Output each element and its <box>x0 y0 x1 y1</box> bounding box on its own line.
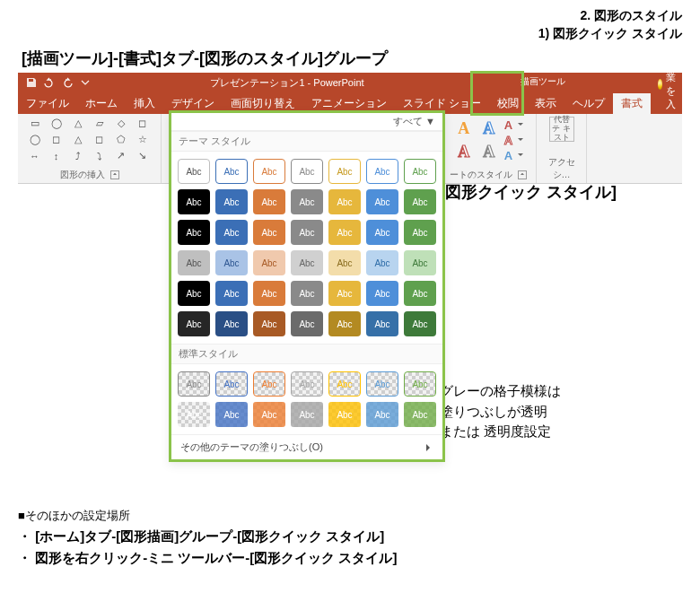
shape-glyph-icon[interactable]: ⤴ <box>69 149 87 162</box>
style-swatch[interactable]: Abc <box>404 250 436 275</box>
style-swatch[interactable]: Abc <box>215 250 248 275</box>
style-swatch[interactable]: Abc <box>253 250 285 275</box>
style-swatch[interactable]: Abc <box>404 281 436 306</box>
style-swatch[interactable]: Abc <box>366 220 398 245</box>
style-swatch[interactable]: Abc <box>253 189 285 214</box>
gallery-more-fills[interactable]: その他のテーマの塗りつぶし(O) <box>180 440 323 454</box>
tab-挿入[interactable]: 挿入 <box>126 93 163 114</box>
style-swatch[interactable]: Abc <box>328 281 361 306</box>
style-swatch[interactable]: Abc <box>253 281 285 306</box>
shape-glyph-icon[interactable]: ▭ <box>26 117 44 130</box>
style-swatch[interactable]: Abc <box>404 189 436 214</box>
gallery-filter-all[interactable]: すべて ▼ <box>393 115 435 128</box>
style-swatch[interactable]: Abc <box>291 250 323 275</box>
style-swatch[interactable]: Abc <box>215 402 248 427</box>
tab-ファイル[interactable]: ファイル <box>18 93 77 114</box>
style-swatch[interactable]: Abc <box>404 402 436 427</box>
style-swatch[interactable]: Abc <box>366 281 398 306</box>
style-swatch[interactable]: Abc <box>328 220 361 245</box>
undo-icon[interactable] <box>43 76 56 89</box>
note-line: 塗りつぶしが透明 <box>440 402 561 423</box>
tab-表示[interactable]: 表示 <box>527 93 564 114</box>
style-swatch[interactable]: Abc <box>215 281 248 306</box>
dialog-launcher-icon[interactable] <box>518 170 527 179</box>
tab-ヘルプ[interactable]: ヘルプ <box>564 93 613 114</box>
redo-icon[interactable] <box>61 76 74 89</box>
style-swatch[interactable]: Abc <box>215 189 248 214</box>
style-swatch[interactable]: Abc <box>291 311 323 336</box>
text-outline-button[interactable]: A <box>504 134 523 147</box>
style-swatch[interactable]: Abc <box>291 159 323 184</box>
shape-glyph-icon[interactable]: ◇ <box>112 117 130 130</box>
text-fill-button[interactable]: A <box>504 118 523 132</box>
style-swatch[interactable]: Abc <box>328 250 361 275</box>
style-swatch[interactable]: Abc <box>178 281 210 306</box>
shape-glyph-icon[interactable]: ☆ <box>134 133 152 146</box>
style-swatch[interactable]: Abc <box>178 250 210 275</box>
style-swatch[interactable]: Abc <box>404 159 436 184</box>
style-swatch[interactable]: Abc <box>328 159 361 184</box>
style-swatch[interactable]: Abc <box>404 311 436 336</box>
tell-me-search[interactable]: 作業を入 <box>651 55 689 114</box>
style-swatch[interactable]: Abc <box>178 311 210 336</box>
style-swatch[interactable]: Abc <box>215 159 248 184</box>
style-swatch[interactable]: Abc <box>366 311 398 336</box>
tab-ホーム[interactable]: ホーム <box>77 93 126 114</box>
wordart-style-outline-blue-icon[interactable]: A <box>477 117 501 140</box>
tab-書式[interactable]: 書式 <box>613 93 651 114</box>
style-swatch[interactable]: Abc <box>366 402 398 427</box>
style-swatch[interactable]: Abc <box>291 189 323 214</box>
wordart-style-fill-icon[interactable]: A <box>452 117 476 140</box>
style-swatch[interactable]: Abc <box>404 220 436 245</box>
shape-glyph-icon[interactable]: △ <box>69 133 87 146</box>
style-swatch[interactable]: Abc <box>253 402 285 427</box>
wordart-style-outline-gray-icon[interactable]: A <box>477 140 501 163</box>
style-swatch[interactable]: Abc <box>253 159 285 184</box>
save-icon[interactable] <box>25 76 38 89</box>
style-swatch[interactable]: Abc <box>366 189 398 214</box>
style-swatch[interactable]: Abc <box>291 402 323 427</box>
shape-glyph-icon[interactable]: ↔ <box>26 149 44 162</box>
shape-glyph-icon[interactable]: △ <box>69 117 87 130</box>
shape-glyph-icon[interactable]: ◻ <box>134 117 152 130</box>
shape-glyph-icon[interactable]: ⬠ <box>112 133 130 146</box>
style-swatch[interactable]: Abc <box>215 371 248 397</box>
shape-glyph-icon[interactable]: ◻ <box>48 133 66 146</box>
style-swatch[interactable]: Abc <box>328 402 361 427</box>
style-swatch[interactable]: Abc <box>215 220 248 245</box>
style-swatch[interactable]: Abc <box>253 371 285 397</box>
shape-glyph-icon[interactable]: ▱ <box>91 117 109 130</box>
style-swatch[interactable]: Abc <box>178 189 210 214</box>
style-swatch[interactable]: Abc <box>291 220 323 245</box>
qat-more-icon[interactable] <box>79 76 92 89</box>
tab-校閲[interactable]: 校閲 <box>489 93 527 114</box>
text-effects-button[interactable]: A <box>504 149 523 162</box>
shape-glyph-icon[interactable]: ⤵ <box>91 149 109 162</box>
style-swatch[interactable]: Abc <box>178 402 210 427</box>
style-swatch[interactable]: Abc <box>291 281 323 306</box>
style-swatch[interactable]: Abc <box>328 371 361 397</box>
style-swatch[interactable]: Abc <box>366 371 398 397</box>
style-swatch[interactable]: Abc <box>253 311 285 336</box>
shapes-palette[interactable]: ▭◯△▱◇◻◯◻△◻⬠☆↔↕⤴⤵↗↘ <box>26 117 153 164</box>
shape-glyph-icon[interactable]: ◻ <box>91 133 109 146</box>
style-swatch[interactable]: Abc <box>253 220 285 245</box>
wordart-style-outline-red-icon[interactable]: A <box>452 140 476 163</box>
style-swatch[interactable]: Abc <box>328 311 361 336</box>
style-swatch[interactable]: Abc <box>366 250 398 275</box>
shape-glyph-icon[interactable]: ↘ <box>134 149 152 162</box>
style-swatch[interactable]: Abc <box>178 371 210 397</box>
alt-text-button[interactable]: 代替テ キスト <box>549 117 574 142</box>
style-swatch[interactable]: Abc <box>404 371 436 397</box>
style-swatch[interactable]: Abc <box>178 220 210 245</box>
dialog-launcher-icon[interactable] <box>110 170 119 179</box>
style-swatch[interactable]: Abc <box>366 159 398 184</box>
style-swatch[interactable]: Abc <box>328 189 361 214</box>
style-swatch[interactable]: Abc <box>215 311 248 336</box>
shape-glyph-icon[interactable]: ↗ <box>112 149 130 162</box>
shape-glyph-icon[interactable]: ◯ <box>26 133 44 146</box>
shape-glyph-icon[interactable]: ◯ <box>48 117 66 130</box>
shape-glyph-icon[interactable]: ↕ <box>48 149 66 162</box>
style-swatch[interactable]: Abc <box>291 371 323 397</box>
style-swatch[interactable]: Abc <box>178 159 210 184</box>
